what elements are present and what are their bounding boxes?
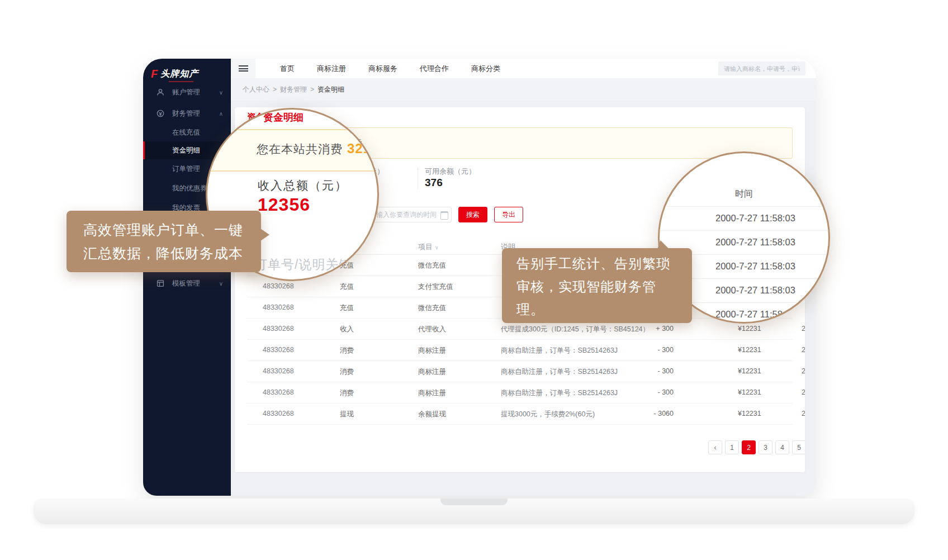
magnified-card-title: 资金明细 [263,111,304,124]
cell-type: 消费 [340,346,354,355]
cell-order: 48330268 [263,346,294,354]
cell-order: 48330268 [263,282,294,290]
cell-amount: - 300 [626,388,674,396]
magnified-income-value: 12356 [258,194,310,215]
sidebar-item-label: 在线充值 [172,128,200,137]
chevron-down-icon: ∨ [219,89,223,96]
cell-project: 商标注册 [418,346,446,355]
calendar-icon[interactable] [440,211,448,220]
cell-project: 余额提现 [418,410,446,419]
sort-icon: ∨ [435,245,439,250]
cell-time: 2000-7-27 11:58:03 [802,346,805,354]
sidebar-item-finance[interactable]: 财务管理 ∧ [143,106,231,121]
breadcrumb-separator: > [273,86,277,93]
cell-time: 2000-7-27 11:58:03 [802,325,805,333]
breadcrumb-bar: 个人中心 > 财务管理 > 资金明细 [231,78,816,101]
topbar: 首页 商标注册 商标服务 代理合作 商标分类 [255,59,816,78]
sidebar-item-label: 订单管理 [172,164,200,174]
magnified-income-label: 收入总额（元） [258,178,348,193]
callout-text: 汇总数据，降低财务成本 [83,244,243,263]
col-project[interactable]: 项目∨ [418,242,439,252]
search-button[interactable]: 搜索 [458,207,487,222]
table-row[interactable]: 48330268 提现 余额提现 提现3000元，手续费2%(60元) - 30… [247,403,793,425]
breadcrumb-current: 资金明细 [317,85,344,94]
cell-type: 充值 [340,282,354,292]
cell-order: 48330268 [263,410,294,417]
callout-text: 理。 [516,301,544,319]
nav-item-agency[interactable]: 代理合作 [420,64,449,74]
cell-time: 2000-7-27 11:58:03 [802,410,805,417]
cell-type: 消费 [340,367,354,377]
sidebar-item-recharge[interactable]: 在线充值 [143,125,231,140]
stats-divider [418,168,418,189]
cell-order: 48330268 [263,325,294,333]
search-input[interactable] [718,61,805,75]
page-button-2-active[interactable]: 2 [742,440,756,454]
sidebar-item-label: 财务管理 [172,109,200,118]
nav-item-trademark-register[interactable]: 商标注册 [317,64,346,74]
pagination: ‹ 1 2 3 4 5 [708,440,805,454]
page-prev-button[interactable]: ‹ [708,440,722,454]
chevron-down-icon: ∨ [219,281,223,287]
sidebar: F 头牌知产 账户管理 ∨ 财务管理 ∧ 在线充值 资金明细 订单管理 [143,59,231,496]
cell-amount: - 300 [626,367,674,375]
breadcrumb-item[interactable]: 财务管理 [280,85,307,94]
callout-right: 告别手工统计、告别繁琐 审核，实现智能财务管 理。 [502,248,692,323]
sidebar-item-label: 模板管理 [172,279,200,288]
cell-amount: - 3060 [626,410,674,417]
cell-project: 支付宝充值 [418,282,453,292]
nav-item-trademark-service[interactable]: 商标服务 [368,64,397,74]
cell-amount: - 300 [626,346,674,354]
cell-project: 微信充值 [418,303,446,313]
sidebar-item-label: 资金明细 [172,146,200,155]
export-button[interactable]: 导出 [494,207,523,222]
magnified-banner-text: 您在本站共消费32124 [257,141,379,157]
page-button-3[interactable]: 3 [759,440,772,454]
sidebar-item-label: 账户管理 [172,88,200,97]
callout-text: 高效管理账户订单、一键 [83,221,243,239]
callout-text: 审核，实现智能财务管 [516,278,656,296]
nav-item-trademark-category[interactable]: 商标分类 [471,64,500,74]
callout-text: 告别手工统计、告别繁琐 [516,255,670,273]
page-button-4[interactable]: 4 [775,440,789,454]
top-nav: 首页 商标注册 商标服务 代理合作 商标分类 [280,64,500,74]
table-row[interactable]: 48330268 消费 商标注册 商标自助注册，订单号：SB2514263J -… [247,339,793,361]
cell-balance: ¥12231 [738,410,761,417]
nav-item-home[interactable]: 首页 [280,64,295,74]
breadcrumb-item[interactable]: 个人中心 [243,85,269,94]
logo: F 头牌知产 [151,65,229,82]
cell-balance: ¥12231 [738,388,761,396]
cell-desc: 商标自助注册，订单号：SB2514263J [501,346,618,355]
page-button-1[interactable]: 1 [725,440,739,454]
sidebar-item-account[interactable]: 账户管理 ∨ [143,84,231,100]
cell-type: 消费 [340,388,354,398]
cell-order: 48330268 [263,388,294,396]
logo-text: 头牌知产 [160,68,198,80]
page-button-5[interactable]: 5 [792,440,805,454]
magnified-time-header: 时间 [660,181,828,207]
table-row[interactable]: 48330268 消费 商标注册 商标自助注册，订单号：SB2514263J -… [247,382,793,404]
menu-toggle[interactable] [231,59,255,78]
laptop-base-notch [440,499,508,505]
cell-type: 收入 [340,325,354,334]
breadcrumb: 个人中心 > 财务管理 > 资金明细 [243,85,344,94]
chevron-up-icon: ∧ [219,111,223,117]
sidebar-item-templates[interactable]: 模板管理 ∨ [143,276,231,291]
wallet-icon [157,110,164,117]
breadcrumb-separator: > [310,86,314,93]
cell-balance: ¥12231 [738,367,761,375]
cell-project: 代理收入 [418,325,446,334]
balance-value: 376 [425,177,443,189]
magnified-time-row: 2000-7-27 11:58:03 [660,206,828,231]
table-row[interactable]: 48330268 消费 商标注册 商标自助注册，订单号：SB2514263J -… [247,360,793,382]
cell-balance: ¥12231 [738,325,761,333]
balance-label: 可用余额（元） [425,167,476,177]
cell-order: 48330268 [263,303,294,311]
cell-time: 2000-7-27 11:58:03 [802,388,805,396]
logo-tagline [169,81,193,82]
hamburger-icon [239,64,248,73]
sidebar-item-label: 我的优惠券 [172,184,207,193]
cell-order: 48330268 [263,367,294,375]
cell-desc: 提现3000元，手续费2%(60元) [501,410,595,419]
cell-project: 商标注册 [418,388,446,398]
